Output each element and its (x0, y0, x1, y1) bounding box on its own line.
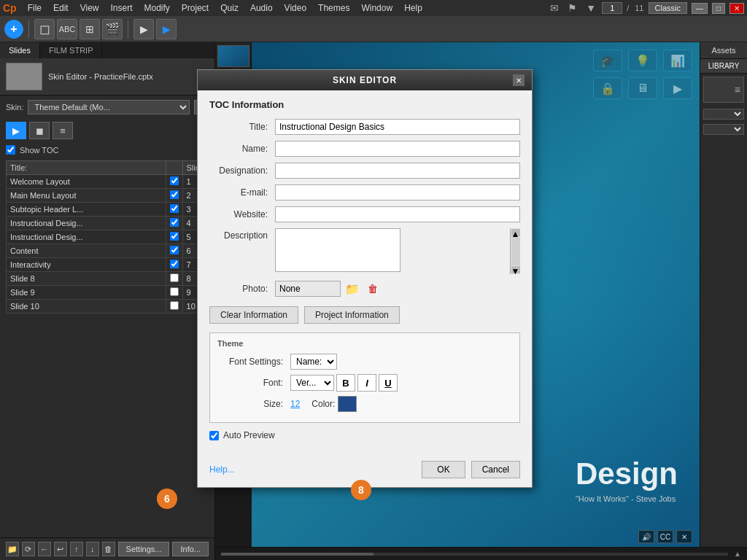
menu-view[interactable]: View (75, 1, 104, 15)
size-value[interactable]: 12 (290, 399, 300, 409)
down-arrow-icon[interactable]: ▼ (586, 2, 596, 14)
table-row[interactable]: Instructional Desig... 4 (7, 217, 209, 230)
bold-btn[interactable]: B (336, 374, 355, 392)
menu-help[interactable]: Help (399, 1, 427, 15)
font-settings-select[interactable]: Name: (290, 354, 337, 370)
tab-filmstrip[interactable]: FILM STRIP (40, 42, 103, 58)
menu-audio[interactable]: Audio (245, 1, 278, 15)
play-btn[interactable]: ▶ (6, 122, 26, 139)
refresh-icon[interactable]: ⟳ (22, 542, 35, 556)
table-row[interactable]: Slide 8 8 (7, 272, 209, 286)
modal-close-btn[interactable]: ✕ (513, 74, 525, 86)
table-row[interactable]: Main Menu Layout 2 (7, 189, 209, 203)
color-swatch[interactable] (338, 396, 357, 412)
panel-tabs: Slides FILM STRIP (0, 42, 214, 58)
win-minimize-btn[interactable]: — (692, 3, 708, 14)
win-maximize-btn[interactable]: □ (712, 3, 725, 14)
folder-open-icon[interactable]: 📁 (344, 280, 361, 298)
email-icon[interactable]: ✉ (550, 2, 559, 14)
ok-button[interactable]: OK (422, 461, 465, 478)
asset-select-1[interactable] (703, 109, 744, 120)
website-input[interactable] (275, 206, 520, 222)
page-input[interactable] (602, 2, 622, 14)
italic-btn[interactable]: I (357, 374, 376, 392)
name-input[interactable] (275, 141, 520, 157)
menu-project[interactable]: Project (177, 1, 214, 15)
row-check[interactable] (166, 203, 182, 217)
font-row: Font: Ver... B I U (217, 374, 512, 392)
classic-btn[interactable]: Classic (649, 2, 687, 14)
menu-file[interactable]: File (23, 1, 47, 15)
menu-window[interactable]: Window (356, 1, 398, 15)
cancel-button[interactable]: Cancel (471, 461, 520, 478)
menu-insert[interactable]: Insert (106, 1, 138, 15)
arrow-left-icon[interactable]: ← (38, 542, 51, 556)
tool-4[interactable]: 🎬 (102, 19, 123, 39)
scrollbar[interactable]: ▲ ▼ (510, 228, 520, 274)
email-input[interactable] (275, 184, 520, 201)
project-information-btn[interactable]: Project Information (304, 306, 400, 324)
clear-information-btn[interactable]: Clear Information (209, 306, 298, 324)
table-row[interactable]: Interactivity 7 (7, 258, 209, 272)
tool-2[interactable]: ABC (57, 19, 77, 39)
row-check[interactable] (166, 286, 182, 300)
scroll-down[interactable]: ▼ (511, 266, 520, 273)
menu-themes[interactable]: Themes (313, 1, 355, 15)
arrow-up-icon[interactable]: ↑ (70, 542, 83, 556)
row-check[interactable] (166, 175, 182, 189)
scroll-up[interactable]: ▲ (511, 229, 520, 236)
list-btn[interactable]: ≡ (53, 122, 73, 139)
table-row[interactable]: Instructional Desig... 5 (7, 230, 209, 244)
font-select[interactable]: Ver... (290, 375, 334, 391)
table-row[interactable]: Subtopic Header L... 3 (7, 203, 209, 217)
underline-btn[interactable]: U (379, 374, 398, 392)
help-link[interactable]: Help... (209, 464, 235, 475)
row-check[interactable] (166, 272, 182, 286)
tool-3[interactable]: ⊞ (80, 19, 100, 39)
library-tab[interactable]: LIBRARY (700, 59, 747, 74)
arrow-back-icon[interactable]: ↩ (54, 542, 67, 556)
row-check[interactable] (166, 300, 182, 314)
delete-photo-icon[interactable]: 🗑 (364, 280, 382, 298)
tab-slides[interactable]: Slides (0, 42, 40, 58)
speaker-icon[interactable]: 🔊 (638, 530, 654, 543)
arrow-down-icon[interactable]: ↓ (86, 542, 99, 556)
row-check[interactable] (166, 189, 182, 203)
skin-select[interactable]: Theme Default (Mo... (28, 100, 190, 114)
trash-icon[interactable]: 🗑 (102, 542, 115, 556)
row-check[interactable] (166, 217, 182, 230)
settings-button[interactable]: Settings... (118, 542, 170, 556)
row-check[interactable] (166, 258, 182, 272)
info-button[interactable]: Info... (172, 542, 209, 556)
row-title: Interactivity (7, 258, 166, 272)
add-btn[interactable]: + (4, 20, 23, 39)
tool-1[interactable]: ◻ (34, 19, 55, 39)
flag-icon[interactable]: ⚑ (568, 2, 577, 14)
assets-search-row: ≡ (703, 77, 744, 103)
asset-select-2[interactable] (703, 124, 744, 135)
auto-preview-checkbox[interactable] (209, 431, 219, 440)
menu-modify[interactable]: Modify (139, 1, 175, 15)
win-close-btn[interactable]: ✕ (729, 3, 744, 14)
row-check[interactable] (166, 244, 182, 258)
menu-edit[interactable]: Edit (48, 1, 74, 15)
menu-video[interactable]: Video (279, 1, 311, 15)
cc-btn[interactable]: CC (657, 530, 673, 543)
table-row[interactable]: Slide 9 9 (7, 286, 209, 300)
close-slide-icon[interactable]: ✕ (676, 530, 692, 543)
description-textarea[interactable] (275, 228, 400, 272)
folder-icon[interactable]: 📁 (6, 542, 19, 556)
menu-quiz[interactable]: Quiz (215, 1, 244, 15)
table-row[interactable]: Content 6 (7, 244, 209, 258)
table-row[interactable]: Welcome Layout 1 (7, 175, 209, 189)
show-toc-checkbox[interactable] (6, 145, 15, 155)
tool-6[interactable]: ▶ (156, 19, 177, 39)
stop-btn[interactable]: ◼ (29, 122, 50, 139)
row-check[interactable] (166, 230, 182, 244)
title-input[interactable] (275, 119, 520, 135)
photo-input[interactable] (275, 281, 341, 297)
list-icon[interactable]: ≡ (735, 84, 740, 96)
designation-input[interactable] (275, 163, 520, 179)
tool-5[interactable]: ▶ (133, 19, 154, 39)
table-row[interactable]: Slide 10 10 (7, 300, 209, 314)
